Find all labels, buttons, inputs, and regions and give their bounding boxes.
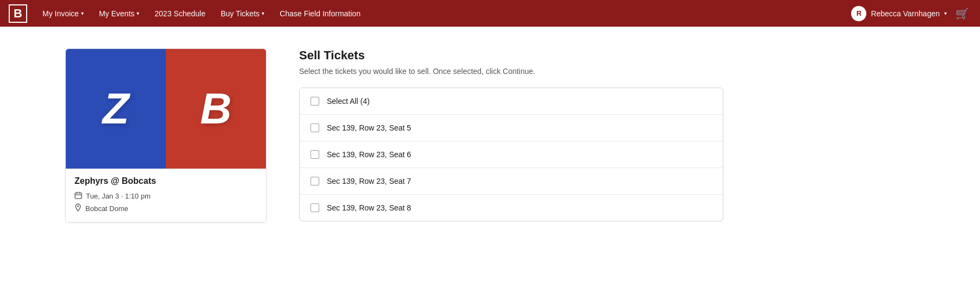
select-all-row: Select All (4) [300,88,723,115]
tickets-list: Select All (4) Sec 139, Row 23, Seat 5 S… [299,88,723,221]
event-card-info: Zephyrs @ Bobcats Tue, Jan 3 · 1:10 pm [66,169,266,222]
ticket-label-3: Sec 139, Row 23, Seat 8 [327,203,411,212]
navbar: B My Invoice ▾ My Events ▾ 2023 Schedule… [0,0,980,27]
nav-item-my-invoice[interactable]: My Invoice ▾ [36,6,90,21]
ticket-row: Sec 139, Row 23, Seat 7 [300,168,723,195]
event-card: Z B Zephyrs @ Bobcats Tue, Jan 3 · 1 [65,48,266,222]
event-venue-row: Bobcat Dome [75,203,257,213]
ticket-checkbox-2[interactable] [311,177,319,185]
nav-item-chase-field[interactable]: Chase Field Information [273,6,367,21]
team-right: B [166,49,266,169]
event-date-row: Tue, Jan 3 · 1:10 pm [75,191,257,201]
svg-point-1 [77,206,79,207]
calendar-icon [75,191,82,201]
chevron-down-icon: ▾ [81,10,84,16]
select-all-checkbox[interactable] [311,97,319,106]
ticket-label-1: Sec 139, Row 23, Seat 6 [327,150,411,159]
event-title: Zephyrs @ Bobcats [75,176,257,186]
svg-rect-0 [75,193,82,199]
team-left: Z [66,49,166,169]
user-menu[interactable]: R Rebecca Varnhagen ▾ [851,6,947,21]
user-name: Rebecca Varnhagen [871,9,940,18]
nav-item-schedule[interactable]: 2023 Schedule [148,6,212,21]
ticket-row: Sec 139, Row 23, Seat 8 [300,195,723,221]
avatar: R [851,6,866,21]
chevron-down-icon: ▾ [944,10,947,16]
sell-subtitle: Select the tickets you would like to sel… [299,67,723,76]
team-right-letter: B [200,87,232,131]
event-card-image: Z B [66,49,266,169]
ticket-checkbox-0[interactable] [311,123,319,132]
location-icon [75,203,82,213]
main-content: Z B Zephyrs @ Bobcats Tue, Jan 3 · 1 [0,27,980,244]
nav-right: R Rebecca Varnhagen ▾ 🛒 [851,5,971,22]
ticket-label-0: Sec 139, Row 23, Seat 5 [327,123,411,132]
chevron-down-icon: ▾ [137,10,139,16]
ticket-row: Sec 139, Row 23, Seat 5 [300,115,723,141]
event-date: Tue, Jan 3 · 1:10 pm [86,192,151,200]
nav-items: My Invoice ▾ My Events ▾ 2023 Schedule B… [36,6,851,21]
chevron-down-icon: ▾ [262,10,264,16]
ticket-checkbox-1[interactable] [311,150,319,159]
nav-item-buy-tickets[interactable]: Buy Tickets ▾ [214,6,271,21]
cart-icon[interactable]: 🛒 [953,5,971,22]
event-meta: Tue, Jan 3 · 1:10 pm Bobcat Dome [75,191,257,213]
logo[interactable]: B [9,4,27,23]
select-all-label: Select All (4) [327,97,370,106]
sell-tickets-panel: Sell Tickets Select the tickets you woul… [299,48,723,221]
team-left-letter: Z [103,87,129,131]
event-venue: Bobcat Dome [85,205,128,213]
ticket-label-2: Sec 139, Row 23, Seat 7 [327,177,411,185]
ticket-checkbox-3[interactable] [311,203,319,212]
sell-title: Sell Tickets [299,48,723,63]
ticket-row: Sec 139, Row 23, Seat 6 [300,141,723,168]
nav-item-my-events[interactable]: My Events ▾ [92,6,146,21]
